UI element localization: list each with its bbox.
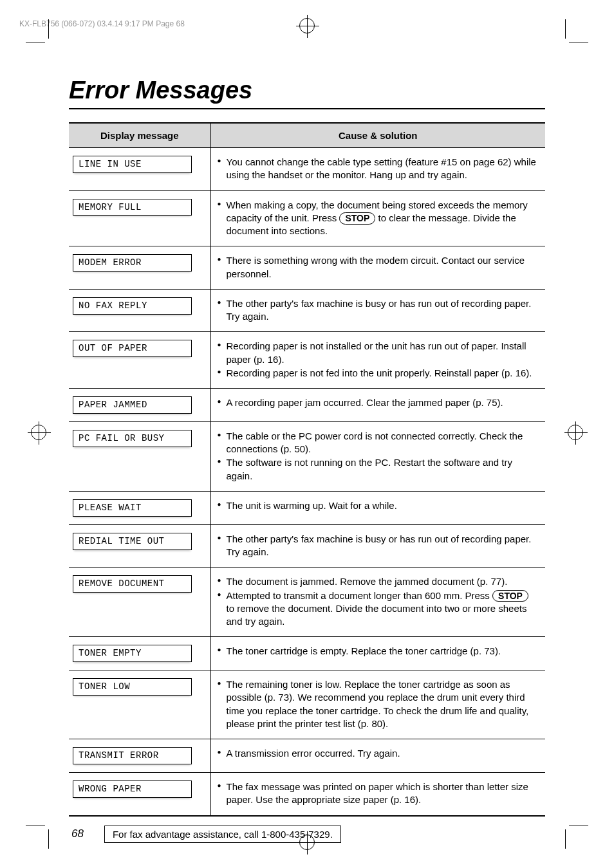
display-message-cell: TRANSMIT ERROR [69, 739, 210, 773]
display-message-cell: LINE IN USE [69, 148, 210, 191]
stop-button-icon: STOP [339, 212, 375, 225]
table-row: WRONG PAPERThe fax message was printed o… [69, 773, 545, 816]
display-message-box: TONER LOW [73, 678, 192, 696]
registration-mark-icon [299, 18, 315, 33]
cause-solution-cell: You cannot change the cable type setting… [210, 148, 545, 191]
page-number: 68 [71, 827, 84, 840]
table-row: LINE IN USEYou cannot change the cable t… [69, 148, 545, 191]
cause-solution-cell: The document is jammed. Remove the jamme… [210, 568, 545, 637]
display-message-cell: MEMORY FULL [69, 190, 210, 246]
solution-item: When making a copy, the document being s… [218, 199, 539, 238]
cause-solution-cell: The cable or the PC power cord is not co… [210, 421, 545, 491]
cause-solution-cell: A recording paper jam occurred. Clear th… [210, 389, 545, 422]
cause-solution-cell: When making a copy, the document being s… [210, 190, 545, 246]
table-row: REDIAL TIME OUTThe other party's fax mac… [69, 524, 545, 568]
display-message-box: OUT OF PAPER [73, 340, 192, 357]
solution-item: A recording paper jam occurred. Clear th… [218, 396, 539, 409]
display-message-box: LINE IN USE [73, 156, 192, 173]
table-row: NO FAX REPLYThe other party's fax machin… [69, 289, 545, 332]
table-row: PAPER JAMMEDA recording paper jam occurr… [69, 389, 545, 422]
table-header-cause: Cause & solution [210, 123, 545, 148]
table-row: PLEASE WAITThe unit is warming up. Wait … [69, 491, 545, 524]
solution-item: Recording paper is not fed into the unit… [218, 367, 539, 380]
registration-mark-icon [299, 835, 315, 850]
display-message-cell: TONER EMPTY [69, 637, 210, 670]
table-row: PC FAIL OR BUSYThe cable or the PC power… [69, 421, 545, 491]
solution-item: The remaining toner is low. Replace the … [218, 678, 539, 730]
solution-item: The unit is warming up. Wait for a while… [218, 499, 539, 512]
display-message-cell: REDIAL TIME OUT [69, 524, 210, 568]
display-message-box: REDIAL TIME OUT [73, 533, 192, 550]
cause-solution-cell: The toner cartridge is empty. Replace th… [210, 637, 545, 670]
display-message-cell: TONER LOW [69, 670, 210, 739]
table-row: REMOVE DOCUMENTThe document is jammed. R… [69, 568, 545, 637]
stop-button-icon: STOP [492, 590, 528, 602]
cause-solution-cell: The unit is warming up. Wait for a while… [210, 491, 545, 524]
display-message-box: NO FAX REPLY [73, 297, 192, 315]
display-message-cell: PAPER JAMMED [69, 389, 210, 422]
display-message-box: REMOVE DOCUMENT [73, 575, 192, 593]
table-header-display: Display message [69, 123, 210, 148]
display-message-cell: NO FAX REPLY [69, 289, 210, 332]
table-row: MODEM ERRORThere is something wrong with… [69, 246, 545, 290]
display-message-cell: OUT OF PAPER [69, 332, 210, 389]
solution-item: There is something wrong with the modem … [218, 254, 539, 281]
solution-item: The other party's fax machine is busy or… [218, 533, 539, 559]
display-message-box: TRANSMIT ERROR [73, 747, 192, 764]
cause-solution-cell: Recording paper is not installed or the … [210, 332, 545, 389]
solution-item: Attempted to transmit a document longer … [218, 589, 539, 629]
display-message-box: PAPER JAMMED [73, 396, 192, 414]
table-row: TONER LOWThe remaining toner is low. Rep… [69, 670, 545, 739]
table-row: TRANSMIT ERRORA transmission error occur… [69, 739, 545, 773]
table-row: MEMORY FULLWhen making a copy, the docum… [69, 190, 545, 246]
cause-solution-cell: The other party's fax machine is busy or… [210, 289, 545, 332]
registration-mark-icon [568, 425, 583, 440]
solution-item: A transmission error occurred. Try again… [218, 747, 539, 760]
registration-mark-icon [31, 425, 46, 440]
display-message-box: MODEM ERROR [73, 254, 192, 272]
display-message-box: PC FAIL OR BUSY [73, 430, 192, 447]
solution-item: The document is jammed. Remove the jamme… [218, 575, 539, 588]
table-row: OUT OF PAPERRecording paper is not insta… [69, 332, 545, 389]
display-message-box: TONER EMPTY [73, 645, 192, 662]
cause-solution-cell: The remaining toner is low. Replace the … [210, 670, 545, 739]
display-message-box: WRONG PAPER [73, 780, 192, 798]
display-message-cell: PC FAIL OR BUSY [69, 421, 210, 491]
solution-item: The cable or the PC power cord is not co… [218, 430, 539, 456]
page-title: Error Messages [69, 77, 545, 109]
display-message-cell: MODEM ERROR [69, 246, 210, 290]
cause-solution-cell: The fax message was printed on paper whi… [210, 773, 545, 816]
cause-solution-cell: A transmission error occurred. Try again… [210, 739, 545, 773]
cause-solution-cell: There is something wrong with the modem … [210, 246, 545, 290]
solution-item: You cannot change the cable type setting… [218, 156, 539, 182]
solution-item: The software is not running on the PC. R… [218, 456, 539, 483]
error-messages-table: Display message Cause & solution LINE IN… [69, 122, 545, 817]
display-message-box: MEMORY FULL [73, 199, 192, 216]
solution-item: The other party's fax machine is busy or… [218, 297, 539, 324]
solution-item: The toner cartridge is empty. Replace th… [218, 645, 539, 658]
table-row: TONER EMPTYThe toner cartridge is empty.… [69, 637, 545, 670]
display-message-cell: WRONG PAPER [69, 773, 210, 816]
cause-solution-cell: The other party's fax machine is busy or… [210, 524, 545, 568]
display-message-cell: PLEASE WAIT [69, 491, 210, 524]
solution-item: The fax message was printed on paper whi… [218, 780, 539, 807]
display-message-box: PLEASE WAIT [73, 499, 192, 517]
display-message-cell: REMOVE DOCUMENT [69, 568, 210, 637]
solution-item: Recording paper is not installed or the … [218, 340, 539, 366]
